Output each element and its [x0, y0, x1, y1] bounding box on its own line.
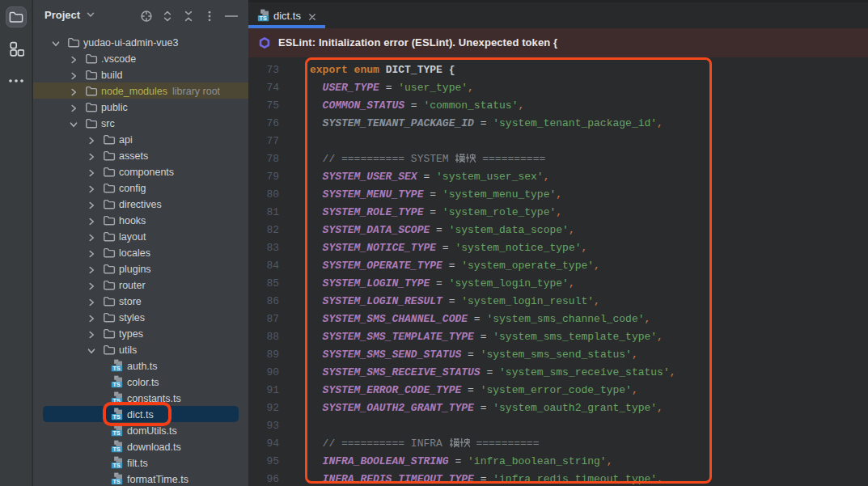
svg-text:TS: TS: [113, 478, 121, 485]
svg-text:TS: TS: [260, 15, 267, 22]
svg-text:TS: TS: [113, 381, 121, 388]
svg-text:TS: TS: [113, 429, 121, 437]
svg-text:TS: TS: [113, 462, 121, 469]
svg-text:TS: TS: [113, 446, 121, 453]
svg-text:TS: TS: [113, 365, 121, 372]
